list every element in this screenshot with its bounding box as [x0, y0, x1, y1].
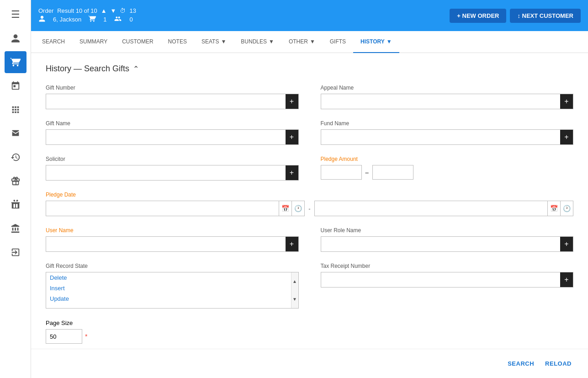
reload-button[interactable]: RELOAD: [543, 357, 573, 371]
fund-name-input[interactable]: [321, 130, 561, 144]
pledge-date-range-row: 📅 🕐 - 📅 🕐: [46, 201, 573, 216]
gift-record-state-label: Gift Record State: [46, 263, 299, 269]
sidebar-item-logout[interactable]: [5, 241, 26, 263]
timer-icon: ⏱: [120, 7, 126, 14]
appeal-name-add-btn[interactable]: +: [560, 94, 573, 109]
gift-name-input[interactable]: [46, 130, 286, 144]
pledge-amount-label: Pledge Amount: [321, 156, 574, 162]
topbar-right: + NEW ORDER ↕ NEXT CUSTOMER: [450, 9, 581, 23]
tab-search[interactable]: SEARCH: [35, 31, 72, 53]
date-range-dash: -: [307, 205, 312, 212]
customer-icon: [38, 15, 46, 24]
pledge-date-label: Pledge Date: [46, 192, 573, 198]
pledge-date-field: Pledge Date 📅 🕐 - 📅 🕐: [46, 192, 573, 216]
search-button[interactable]: SEARCH: [506, 357, 536, 371]
gift-number-field: Gift Number +: [46, 85, 299, 109]
gift-name-field: Gift Name +: [46, 120, 299, 145]
chevron-up-icon[interactable]: ▲: [101, 7, 107, 14]
solicitor-field: Solicitor +: [46, 156, 299, 181]
pledge-amount-range: –: [321, 165, 574, 180]
order-label: Order: [38, 7, 53, 14]
gift-record-state-field: Gift Record State Delete Insert Update ▲…: [46, 263, 299, 309]
pledge-date-start-wrapper: 📅 🕐: [46, 201, 305, 216]
pledge-date-end-clock-icon[interactable]: 🕐: [560, 201, 573, 216]
new-order-button[interactable]: + NEW ORDER: [450, 9, 506, 23]
customer-name: 6, Jackson: [53, 16, 81, 23]
gift-name-add-btn[interactable]: +: [286, 130, 298, 144]
tab-gifts[interactable]: GIFTS: [323, 31, 353, 53]
solicitor-add-btn[interactable]: +: [286, 165, 298, 180]
section-title: History — Search Gifts ⌃: [46, 64, 573, 74]
page-size-input[interactable]: [46, 329, 82, 344]
gift-name-input-wrapper: +: [46, 129, 299, 145]
tab-bundles[interactable]: BUNDLES ▼: [233, 31, 281, 53]
listbox-scrollbar: ▲ ▼: [291, 272, 298, 308]
main-content: Order Result 10 of 10 ▲ ▼ ⏱ 13 6, Jackso…: [31, 0, 588, 378]
user-name-add-btn[interactable]: +: [286, 237, 298, 251]
user-name-label: User Name: [46, 227, 299, 234]
pledge-date-start-calendar-icon[interactable]: 📅: [279, 201, 291, 216]
bundles-chevron-icon: ▼: [269, 38, 274, 45]
customer-row: 6, Jackson 1 0: [38, 15, 450, 24]
list-item[interactable]: Delete: [46, 272, 291, 283]
tab-summary[interactable]: SUMMARY: [72, 31, 115, 53]
tax-receipt-number-add-btn[interactable]: +: [560, 272, 573, 287]
pledge-date-start-clock-icon[interactable]: 🕐: [291, 201, 304, 216]
appeal-name-label: Appeal Name: [321, 85, 574, 91]
user-role-name-add-btn[interactable]: +: [560, 237, 573, 251]
tab-other[interactable]: OTHER ▼: [281, 31, 323, 53]
user-role-name-field: User Role Name +: [321, 227, 574, 252]
gift-number-label: Gift Number: [46, 85, 299, 91]
tab-seats[interactable]: SEATS ▼: [194, 31, 233, 53]
pledge-date-end-calendar-icon[interactable]: 📅: [547, 201, 560, 216]
user-role-name-label: User Role Name: [321, 227, 574, 234]
list-item[interactable]: Insert: [46, 283, 291, 293]
appeal-name-input[interactable]: [321, 94, 561, 109]
tab-history[interactable]: HISTORY ▼: [353, 31, 399, 53]
sidebar: ☰: [0, 0, 31, 378]
scroll-down-btn[interactable]: ▼: [291, 290, 298, 308]
solicitor-input-wrapper: +: [46, 165, 299, 181]
pledge-date-start-input[interactable]: [46, 201, 279, 216]
sidebar-item-bank[interactable]: [5, 218, 26, 240]
gift-number-add-btn[interactable]: +: [286, 94, 298, 109]
pledge-date-end-input[interactable]: [315, 201, 547, 216]
next-customer-button[interactable]: ↕ NEXT CUSTOMER: [510, 9, 581, 23]
tab-notes[interactable]: NOTES: [161, 31, 194, 53]
list-item[interactable]: Update: [46, 293, 291, 304]
section-collapse-icon[interactable]: ⌃: [133, 64, 139, 73]
sidebar-item-apps[interactable]: [5, 99, 26, 121]
gift-number-input[interactable]: [46, 94, 286, 109]
scroll-up-btn[interactable]: ▲: [291, 272, 298, 290]
user-name-input[interactable]: [46, 237, 286, 251]
user-role-name-input[interactable]: [321, 237, 561, 251]
user-role-name-input-wrapper: +: [321, 236, 574, 252]
sidebar-item-store[interactable]: [5, 122, 26, 144]
user-name-field: User Name +: [46, 227, 299, 252]
sidebar-item-history[interactable]: [5, 146, 26, 168]
pledge-amount-min-input[interactable]: [321, 165, 362, 180]
tab-customer[interactable]: CUSTOMER: [115, 31, 160, 53]
sidebar-item-cart[interactable]: [5, 51, 26, 73]
history-chevron-icon: ▼: [387, 38, 392, 45]
fund-name-add-btn[interactable]: +: [560, 130, 573, 144]
fund-name-field: Fund Name +: [321, 120, 574, 145]
page-size-label: Page Size: [46, 319, 299, 326]
pledge-date-end-wrapper: 📅 🕐: [314, 201, 573, 216]
sidebar-item-person[interactable]: [5, 27, 26, 49]
chevron-down-icon[interactable]: ▼: [111, 7, 117, 14]
page-size-row: *: [46, 329, 299, 344]
sidebar-item-calendar[interactable]: [5, 75, 26, 97]
fund-name-input-wrapper: +: [321, 129, 574, 145]
tax-receipt-number-input[interactable]: [321, 272, 561, 287]
pledge-amount-max-input[interactable]: [372, 165, 413, 180]
pledge-amount-field: Pledge Amount –: [321, 156, 574, 181]
timer-value: 13: [129, 7, 136, 14]
sidebar-item-menu[interactable]: ☰: [5, 4, 26, 26]
sidebar-item-present[interactable]: [5, 194, 26, 216]
search-form: Gift Number + Appeal Name + Gift Name: [46, 85, 573, 344]
solicitor-label: Solicitor: [46, 156, 299, 162]
sidebar-item-gift1[interactable]: [5, 170, 26, 192]
required-indicator: *: [85, 333, 87, 340]
solicitor-input[interactable]: [46, 165, 286, 180]
